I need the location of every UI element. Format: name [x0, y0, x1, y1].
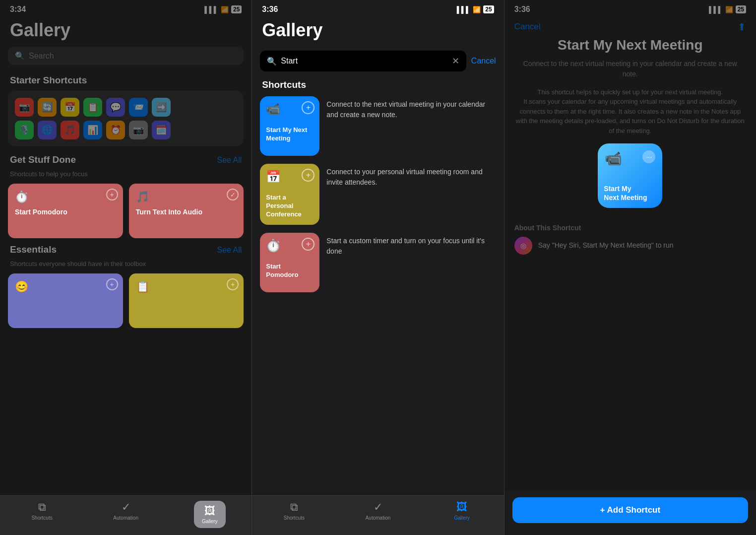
- essentials-icon-2: 📋: [136, 280, 237, 293]
- banner-icons-row1: 📷 🔄 📅 📋 💬 📨 ➡️: [15, 98, 237, 117]
- preview-title: Start My Next Meeting: [604, 184, 647, 202]
- gallery-title-1: Gallery: [0, 16, 252, 47]
- result-item-3[interactable]: ⏱️ + Start Pomodoro Start a custom timer…: [252, 233, 504, 300]
- result2-title: Start a Personal Conference: [266, 194, 314, 219]
- preview-video-icon: 📹: [605, 150, 622, 167]
- get-stuff-done-header: Get Stuff Done See All: [0, 154, 252, 170]
- banner-icon-arrow: ➡️: [152, 98, 171, 117]
- battery-icon-2: 25: [483, 5, 494, 13]
- audio-icon: 🎵: [136, 191, 237, 203]
- shortcut-cards-row2: 😊 + 📋 +: [0, 273, 252, 328]
- clear-search-btn[interactable]: ✕: [452, 56, 459, 67]
- banner-icon-camera: 📷: [15, 98, 34, 117]
- banner-icon-cam2: 📷: [129, 121, 148, 139]
- automation-tab-label-2: Automation: [366, 515, 391, 521]
- preview-more-btn[interactable]: ···: [642, 150, 655, 163]
- add-pomodoro-btn[interactable]: +: [106, 189, 118, 201]
- banner-icon-cal2: 🗓️: [152, 121, 171, 139]
- automation-tab-icon-2: ✓: [374, 501, 382, 514]
- result-card-1[interactable]: 📹 + Start My Next Meeting: [260, 96, 319, 156]
- banner-icon-mail: 📨: [129, 98, 148, 117]
- checkmark-btn[interactable]: ✓: [227, 189, 239, 201]
- detail-long-desc: This shortcut helps to quickly set up fo…: [504, 87, 756, 144]
- see-all-2[interactable]: See All: [217, 246, 242, 255]
- search-bar-1[interactable]: 🔍 Search: [8, 47, 244, 65]
- starter-section-header: Starter Shortcuts: [0, 75, 252, 91]
- gallery-tab-icon-1: 🖼: [204, 505, 215, 518]
- result-card-3[interactable]: ⏱️ + Start Pomodoro: [260, 233, 319, 292]
- card-start-pomodoro[interactable]: ⏱️ + Start Pomodoro: [8, 184, 123, 238]
- search-value: Start: [281, 57, 448, 66]
- tab-automation-1[interactable]: ✓ Automation: [84, 501, 168, 521]
- see-all-1[interactable]: See All: [217, 156, 242, 165]
- result3-title: Start Pomodoro: [266, 263, 314, 279]
- result-item-2[interactable]: 📅 + Start a Personal Conference Connect …: [252, 164, 504, 233]
- banner-icon-web: 🌐: [38, 121, 57, 139]
- banner-icon-message: 💬: [106, 98, 125, 117]
- card-essentials-1[interactable]: 😊 +: [8, 273, 123, 328]
- signal-icon-3: ▌▌▌: [709, 6, 723, 13]
- detail-share-btn[interactable]: ⬆: [738, 21, 746, 33]
- banner-icon-clipboard: 📋: [83, 98, 102, 117]
- battery-icon-3: 25: [736, 5, 746, 13]
- search-icon-2: 🔍: [267, 57, 277, 66]
- about-section: About This Shortcut ◎ Say "Hey Siri, Sta…: [504, 224, 756, 260]
- result1-desc: Connect to the next virtual meeting in y…: [326, 96, 496, 120]
- automation-tab-label: Automation: [113, 515, 138, 521]
- gallery-tab-icon-2: 🖼: [456, 501, 467, 514]
- result3-add-btn[interactable]: +: [302, 238, 315, 251]
- screen1: 3:34 ▌▌▌ 📶 25 Gallery 🔍 Search Starter S…: [0, 0, 252, 535]
- result-item-1[interactable]: 📹 + Start My Next Meeting Connect to the…: [252, 96, 504, 164]
- starter-banner: 📷 🔄 📅 📋 💬 📨 ➡️ 🎙️ 🌐 🎵 📊 ⏰ 📷 🗓️: [8, 91, 244, 146]
- card-essentials-2[interactable]: 📋 +: [129, 273, 244, 328]
- search-input-box[interactable]: 🔍 Start ✕: [260, 51, 466, 71]
- time-1: 3:34: [10, 5, 26, 14]
- essentials-header: Essentials See All: [0, 244, 252, 260]
- detail-short-desc: Connect to the next virtual meeting in y…: [504, 59, 756, 87]
- card-turn-text[interactable]: 🎵 ✓ Turn Text Into Audio: [129, 184, 244, 238]
- wifi-icon: 📶: [221, 6, 229, 13]
- search-row: 🔍 Start ✕ Cancel: [260, 51, 496, 71]
- screen2: 3:36 ▌▌▌ 📶 25 Gallery 🔍 Start ✕ Cancel S…: [252, 0, 504, 535]
- shortcuts-tab-label-2: Shortcuts: [284, 515, 305, 521]
- gallery-tab-label-1: Gallery: [202, 519, 218, 524]
- banner-icon-clock: ⏰: [106, 121, 125, 139]
- detail-header: Cancel ⬆: [504, 16, 756, 33]
- banner-icon-chart: 📊: [83, 121, 102, 139]
- tab-bar-1: ⧉ Shortcuts ✓ Automation 🖼 Gallery: [0, 495, 252, 535]
- status-bar-3: 3:36 ▌▌▌ 📶 25: [504, 0, 756, 16]
- tab-bar-2: ⧉ Shortcuts ✓ Automation 🖼 Gallery: [252, 495, 504, 535]
- add-shortcut-btn[interactable]: + Add Shortcut: [512, 497, 748, 523]
- search-placeholder-1: Search: [29, 52, 54, 61]
- search-cancel-btn[interactable]: Cancel: [471, 57, 496, 66]
- add-shortcut-bar: + Add Shortcut: [504, 491, 756, 535]
- essentials-icon-1: 😊: [15, 280, 116, 293]
- detail-cancel-btn[interactable]: Cancel: [514, 22, 541, 32]
- wifi-icon-2: 📶: [473, 6, 481, 13]
- tab-shortcuts-1[interactable]: ⧉ Shortcuts: [0, 501, 84, 521]
- add-essentials-1-btn[interactable]: +: [106, 278, 118, 290]
- detail-title: Start My Next Meeting: [504, 33, 756, 59]
- result-card-2[interactable]: 📅 + Start a Personal Conference: [260, 164, 319, 225]
- add-essentials-2-btn[interactable]: +: [227, 278, 239, 290]
- shortcut-cards-row1: ⏱️ + Start Pomodoro 🎵 ✓ Turn Text Into A…: [0, 184, 252, 238]
- starter-section-title: Starter Shortcuts: [10, 75, 87, 86]
- search-icon-1: 🔍: [15, 51, 25, 61]
- gallery-title-2: Gallery: [252, 16, 504, 47]
- result2-desc: Connect to your personal virtual meeting…: [326, 164, 496, 188]
- about-row: ◎ Say "Hey Siri, Start My Next Meeting" …: [514, 237, 746, 255]
- essentials-title: Essentials: [10, 244, 57, 255]
- get-stuff-done-sub: Shortcuts to help you focus: [0, 170, 252, 184]
- status-icons-3: ▌▌▌ 📶 25: [709, 5, 746, 13]
- tab-gallery-2[interactable]: 🖼 Gallery: [420, 501, 504, 521]
- shortcuts-section-label: Shortcuts: [252, 79, 504, 96]
- pomodoro-icon: ⏱️: [15, 191, 116, 203]
- signal-icon-2: ▌▌▌: [457, 6, 471, 13]
- time-2: 3:36: [262, 5, 278, 14]
- status-bar-2: 3:36 ▌▌▌ 📶 25: [252, 0, 504, 16]
- tab-gallery-1[interactable]: 🖼 Gallery: [168, 501, 252, 528]
- signal-icon: ▌▌▌: [204, 6, 218, 13]
- tab-automation-2[interactable]: ✓ Automation: [336, 501, 420, 521]
- tab-shortcuts-2[interactable]: ⧉ Shortcuts: [252, 501, 336, 521]
- siri-text: Say "Hey Siri, Start My Next Meeting" to…: [538, 241, 674, 251]
